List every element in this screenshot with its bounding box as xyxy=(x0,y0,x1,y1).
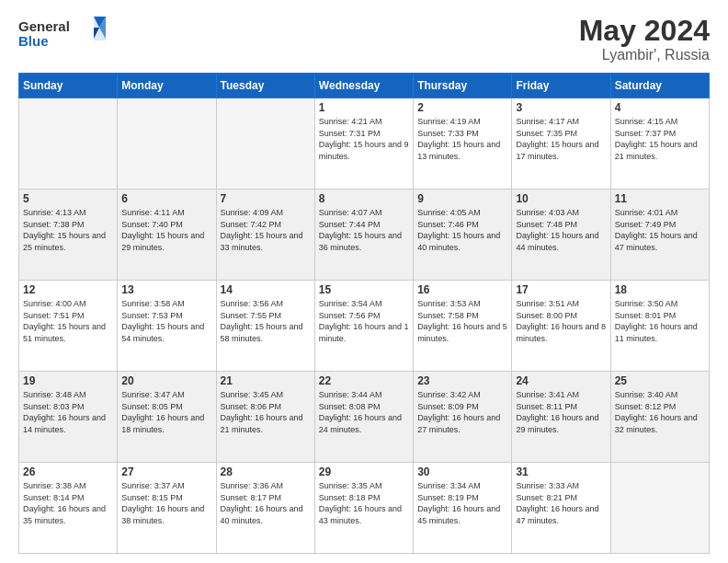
day-number: 1 xyxy=(319,101,409,114)
table-row: 22Sunrise: 3:44 AM Sunset: 8:08 PM Dayli… xyxy=(314,372,413,463)
table-row xyxy=(118,98,216,190)
table-row: 21Sunrise: 3:45 AM Sunset: 8:06 PM Dayli… xyxy=(216,372,314,463)
day-info: Sunrise: 4:09 AM Sunset: 7:42 PM Dayligh… xyxy=(221,207,311,253)
day-info: Sunrise: 3:51 AM Sunset: 8:00 PM Dayligh… xyxy=(516,298,606,344)
day-number: 10 xyxy=(516,192,606,205)
day-number: 19 xyxy=(23,374,113,387)
day-info: Sunrise: 4:03 AM Sunset: 7:48 PM Dayligh… xyxy=(516,207,606,253)
table-row: 17Sunrise: 3:51 AM Sunset: 8:00 PM Dayli… xyxy=(512,281,610,372)
day-info: Sunrise: 3:40 AM Sunset: 8:12 PM Dayligh… xyxy=(615,389,705,435)
table-row: 24Sunrise: 3:41 AM Sunset: 8:11 PM Dayli… xyxy=(512,372,610,463)
day-info: Sunrise: 4:01 AM Sunset: 7:49 PM Dayligh… xyxy=(615,207,705,253)
day-info: Sunrise: 4:15 AM Sunset: 7:37 PM Dayligh… xyxy=(615,116,705,162)
day-number: 28 xyxy=(221,465,311,478)
day-number: 18 xyxy=(615,283,705,296)
day-number: 27 xyxy=(121,465,211,478)
day-info: Sunrise: 4:07 AM Sunset: 7:44 PM Dayligh… xyxy=(319,207,409,253)
day-info: Sunrise: 3:44 AM Sunset: 8:08 PM Dayligh… xyxy=(319,389,409,435)
day-number: 11 xyxy=(615,192,705,205)
header-thursday: Thursday xyxy=(414,74,512,98)
calendar-location: Lyambir', Russia xyxy=(579,47,710,63)
table-row: 5Sunrise: 4:13 AM Sunset: 7:38 PM Daylig… xyxy=(19,190,118,281)
calendar-week-row: 19Sunrise: 3:48 AM Sunset: 8:03 PM Dayli… xyxy=(19,372,710,463)
day-info: Sunrise: 3:47 AM Sunset: 8:05 PM Dayligh… xyxy=(121,389,211,435)
table-row: 20Sunrise: 3:47 AM Sunset: 8:05 PM Dayli… xyxy=(118,372,216,463)
svg-text:General: General xyxy=(18,18,70,34)
table-row: 23Sunrise: 3:42 AM Sunset: 8:09 PM Dayli… xyxy=(414,372,512,463)
page: General Blue May 2024 Lyambir', Russia S… xyxy=(0,0,728,563)
day-info: Sunrise: 4:21 AM Sunset: 7:31 PM Dayligh… xyxy=(319,116,409,162)
calendar-week-row: 12Sunrise: 4:00 AM Sunset: 7:51 PM Dayli… xyxy=(19,281,710,372)
table-row: 30Sunrise: 3:34 AM Sunset: 8:19 PM Dayli… xyxy=(414,463,512,554)
day-info: Sunrise: 3:48 AM Sunset: 8:03 PM Dayligh… xyxy=(23,389,113,435)
day-number: 5 xyxy=(23,192,113,205)
day-info: Sunrise: 3:33 AM Sunset: 8:21 PM Dayligh… xyxy=(516,480,606,526)
table-row: 1Sunrise: 4:21 AM Sunset: 7:31 PM Daylig… xyxy=(314,98,413,190)
header-wednesday: Wednesday xyxy=(314,74,413,98)
table-row: 19Sunrise: 3:48 AM Sunset: 8:03 PM Dayli… xyxy=(19,372,118,463)
day-info: Sunrise: 4:19 AM Sunset: 7:33 PM Dayligh… xyxy=(417,116,507,162)
table-row: 25Sunrise: 3:40 AM Sunset: 8:12 PM Dayli… xyxy=(610,372,709,463)
day-number: 2 xyxy=(417,101,507,114)
day-number: 22 xyxy=(319,374,409,387)
day-number: 8 xyxy=(319,192,409,205)
day-number: 13 xyxy=(121,283,211,296)
day-number: 25 xyxy=(615,374,705,387)
table-row: 2Sunrise: 4:19 AM Sunset: 7:33 PM Daylig… xyxy=(414,98,512,190)
day-number: 21 xyxy=(221,374,311,387)
day-info: Sunrise: 3:50 AM Sunset: 8:01 PM Dayligh… xyxy=(615,298,705,344)
day-number: 24 xyxy=(516,374,606,387)
logo-svg: General Blue xyxy=(18,15,110,52)
table-row: 9Sunrise: 4:05 AM Sunset: 7:46 PM Daylig… xyxy=(414,190,512,281)
weekday-header-row: Sunday Monday Tuesday Wednesday Thursday… xyxy=(19,74,710,98)
logo: General Blue xyxy=(18,15,110,52)
calendar-table: Sunday Monday Tuesday Wednesday Thursday… xyxy=(18,73,710,554)
title-block: May 2024 Lyambir', Russia xyxy=(579,15,710,63)
calendar-title: May 2024 xyxy=(579,15,710,47)
day-info: Sunrise: 3:42 AM Sunset: 8:09 PM Dayligh… xyxy=(417,389,507,435)
table-row: 28Sunrise: 3:36 AM Sunset: 8:17 PM Dayli… xyxy=(216,463,314,554)
calendar-week-row: 5Sunrise: 4:13 AM Sunset: 7:38 PM Daylig… xyxy=(19,190,710,281)
header-saturday: Saturday xyxy=(610,74,709,98)
day-info: Sunrise: 4:13 AM Sunset: 7:38 PM Dayligh… xyxy=(23,207,113,253)
header-tuesday: Tuesday xyxy=(216,74,314,98)
table-row: 26Sunrise: 3:38 AM Sunset: 8:14 PM Dayli… xyxy=(19,463,118,554)
day-info: Sunrise: 3:34 AM Sunset: 8:19 PM Dayligh… xyxy=(417,480,507,526)
calendar-week-row: 26Sunrise: 3:38 AM Sunset: 8:14 PM Dayli… xyxy=(19,463,710,554)
day-number: 6 xyxy=(121,192,211,205)
day-info: Sunrise: 3:56 AM Sunset: 7:55 PM Dayligh… xyxy=(221,298,311,344)
header-sunday: Sunday xyxy=(19,74,118,98)
day-info: Sunrise: 4:00 AM Sunset: 7:51 PM Dayligh… xyxy=(23,298,113,344)
header-friday: Friday xyxy=(512,74,610,98)
day-number: 16 xyxy=(417,283,507,296)
day-number: 4 xyxy=(615,101,705,114)
table-row: 10Sunrise: 4:03 AM Sunset: 7:48 PM Dayli… xyxy=(512,190,610,281)
day-info: Sunrise: 4:05 AM Sunset: 7:46 PM Dayligh… xyxy=(417,207,507,253)
calendar-week-row: 1Sunrise: 4:21 AM Sunset: 7:31 PM Daylig… xyxy=(19,98,710,190)
day-info: Sunrise: 3:38 AM Sunset: 8:14 PM Dayligh… xyxy=(23,480,113,526)
day-number: 14 xyxy=(221,283,311,296)
table-row: 4Sunrise: 4:15 AM Sunset: 7:37 PM Daylig… xyxy=(610,98,709,190)
day-number: 15 xyxy=(319,283,409,296)
day-info: Sunrise: 3:35 AM Sunset: 8:18 PM Dayligh… xyxy=(319,480,409,526)
day-info: Sunrise: 4:17 AM Sunset: 7:35 PM Dayligh… xyxy=(516,116,606,162)
table-row xyxy=(610,463,709,554)
table-row: 16Sunrise: 3:53 AM Sunset: 7:58 PM Dayli… xyxy=(414,281,512,372)
table-row: 11Sunrise: 4:01 AM Sunset: 7:49 PM Dayli… xyxy=(610,190,709,281)
day-number: 12 xyxy=(23,283,113,296)
table-row: 6Sunrise: 4:11 AM Sunset: 7:40 PM Daylig… xyxy=(118,190,216,281)
day-info: Sunrise: 3:45 AM Sunset: 8:06 PM Dayligh… xyxy=(221,389,311,435)
table-row: 7Sunrise: 4:09 AM Sunset: 7:42 PM Daylig… xyxy=(216,190,314,281)
table-row: 27Sunrise: 3:37 AM Sunset: 8:15 PM Dayli… xyxy=(118,463,216,554)
day-number: 30 xyxy=(417,465,507,478)
day-number: 3 xyxy=(516,101,606,114)
day-number: 26 xyxy=(23,465,113,478)
day-number: 7 xyxy=(221,192,311,205)
day-info: Sunrise: 3:41 AM Sunset: 8:11 PM Dayligh… xyxy=(516,389,606,435)
calendar-body: 1Sunrise: 4:21 AM Sunset: 7:31 PM Daylig… xyxy=(19,98,710,554)
day-number: 9 xyxy=(417,192,507,205)
header: General Blue May 2024 Lyambir', Russia xyxy=(18,15,710,63)
day-number: 23 xyxy=(417,374,507,387)
day-number: 29 xyxy=(319,465,409,478)
table-row: 31Sunrise: 3:33 AM Sunset: 8:21 PM Dayli… xyxy=(512,463,610,554)
